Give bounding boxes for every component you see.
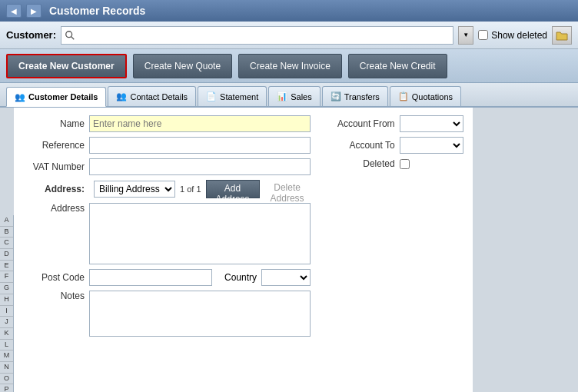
- address-counter: 1 of 1: [180, 184, 201, 194]
- address-type-select[interactable]: Billing Address: [94, 181, 175, 198]
- customer-search-wrap: [61, 26, 453, 45]
- nav-back-button[interactable]: ◀: [6, 4, 22, 18]
- alpha-a[interactable]: A: [0, 215, 13, 227]
- customer-label: Customer:: [6, 29, 56, 41]
- address-textarea-row: Address: [23, 203, 311, 264]
- deleted-row: Deleted: [326, 158, 463, 169]
- nav-forward-button[interactable]: ▶: [26, 4, 42, 18]
- reference-input[interactable]: [89, 137, 311, 154]
- deleted-checkbox[interactable]: [400, 159, 410, 169]
- create-customer-button[interactable]: Create New Customer: [6, 54, 127, 78]
- alpha-e[interactable]: E: [0, 261, 13, 272]
- notes-row: Notes: [23, 291, 311, 337]
- reference-row: Reference: [23, 137, 311, 154]
- create-quote-button[interactable]: Create New Quote: [133, 54, 232, 78]
- create-credit-button[interactable]: Create New Credit: [348, 54, 447, 78]
- notes-label: Notes: [23, 291, 85, 301]
- alpha-l[interactable]: L: [0, 340, 13, 351]
- tab-transfers-icon: 🔄: [331, 91, 341, 101]
- reference-label: Reference: [23, 140, 85, 151]
- postcode-row: Post Code Country: [23, 269, 311, 286]
- alpha-h[interactable]: H: [0, 294, 13, 306]
- tab-sales[interactable]: 📊 Sales: [268, 86, 321, 106]
- alpha-g[interactable]: G: [0, 283, 13, 294]
- postcode-label: Post Code: [23, 272, 85, 283]
- tab-customer-details[interactable]: 👥 Customer Details: [6, 87, 106, 107]
- tab-quotations-label: Quotations: [412, 92, 453, 101]
- account-from-row: Account From: [326, 115, 463, 132]
- name-label: Name: [23, 118, 85, 129]
- account-from-select[interactable]: [400, 115, 463, 132]
- create-invoice-button[interactable]: Create New Invoice: [238, 54, 342, 78]
- content-wrapper: A B C D E F G H I J K L M N O P Q R S T …: [0, 108, 578, 392]
- alpha-b[interactable]: B: [0, 227, 13, 238]
- address-select-row: Address: Billing Address 1 of 1 Add Addr…: [23, 180, 311, 198]
- search-icon: [65, 30, 75, 41]
- account-from-label: Account From: [326, 118, 395, 129]
- tab-customer-details-icon: 👥: [15, 92, 25, 102]
- notes-textarea[interactable]: [89, 291, 311, 337]
- tab-contact-details[interactable]: 👥 Contact Details: [108, 86, 196, 106]
- customer-search-input[interactable]: [78, 30, 450, 41]
- alpha-m[interactable]: M: [0, 350, 13, 362]
- country-select[interactable]: [261, 269, 311, 286]
- account-to-select[interactable]: [400, 137, 463, 154]
- alpha-c[interactable]: C: [0, 238, 13, 249]
- account-to-row: Account To: [326, 137, 463, 154]
- show-deleted-wrap: Show deleted: [478, 30, 547, 41]
- toolbar: Customer: ▼ Show deleted: [0, 22, 578, 49]
- address-area-label: Address: [23, 203, 85, 214]
- postcode-input[interactable]: [89, 269, 212, 286]
- tab-statement-label: Statement: [220, 92, 258, 101]
- tab-contact-details-icon: 👥: [116, 91, 127, 101]
- form-right: Account From Account To Deleted: [326, 115, 463, 341]
- alpha-p[interactable]: P: [0, 384, 13, 392]
- customer-dropdown-button[interactable]: ▼: [458, 26, 473, 45]
- tab-contact-details-label: Contact Details: [130, 92, 188, 101]
- country-label: Country: [224, 272, 257, 283]
- alpha-i[interactable]: I: [0, 306, 13, 317]
- tabs-bar: 👥 Customer Details 👥 Contact Details 📄 S…: [0, 83, 578, 108]
- tab-statement-icon: 📄: [206, 91, 217, 101]
- show-deleted-label: Show deleted: [491, 30, 547, 41]
- window-title: Customer Records: [49, 5, 145, 17]
- deleted-label: Deleted: [326, 158, 395, 169]
- alpha-o[interactable]: O: [0, 374, 13, 385]
- tab-customer-details-label: Customer Details: [28, 92, 98, 101]
- alpha-n[interactable]: N: [0, 362, 13, 374]
- alpha-d[interactable]: D: [0, 249, 13, 261]
- name-row: Name: [23, 115, 311, 132]
- tab-quotations-icon: 📋: [398, 91, 409, 101]
- svg-line-1: [71, 36, 75, 39]
- tab-transfers-label: Transfers: [344, 92, 380, 101]
- alpha-j[interactable]: J: [0, 317, 13, 328]
- tab-sales-icon: 📊: [277, 91, 287, 101]
- tab-statement[interactable]: 📄 Statement: [198, 86, 267, 106]
- alpha-f[interactable]: F: [0, 271, 13, 283]
- svg-point-0: [66, 31, 72, 37]
- buttons-bar: Create New Customer Create New Quote Cre…: [0, 49, 578, 83]
- folder-icon: [556, 30, 568, 41]
- title-bar: ◀ ▶ Customer Records: [0, 0, 578, 22]
- vat-row: VAT Number: [23, 158, 311, 175]
- address-textarea[interactable]: [89, 203, 311, 264]
- alphabet-nav: A B C D E F G H I J K L M N O P Q R S T …: [0, 215, 14, 392]
- form-left: Name Reference VAT Number Address:: [23, 115, 311, 341]
- form-section: Name Reference VAT Number Address:: [23, 115, 463, 341]
- tab-transfers[interactable]: 🔄 Transfers: [322, 86, 388, 106]
- account-to-label: Account To: [326, 140, 395, 151]
- vat-label: VAT Number: [23, 161, 85, 172]
- add-address-button[interactable]: Add Address: [206, 180, 260, 198]
- show-deleted-checkbox[interactable]: [478, 30, 488, 40]
- name-input[interactable]: [89, 115, 311, 132]
- delete-address-button[interactable]: Delete Address: [264, 180, 311, 198]
- tab-sales-label: Sales: [291, 92, 312, 101]
- address-label: Address:: [23, 184, 85, 194]
- vat-input[interactable]: [89, 158, 311, 175]
- folder-button[interactable]: [552, 26, 572, 45]
- tab-quotations[interactable]: 📋 Quotations: [390, 86, 461, 106]
- main-content: Name Reference VAT Number Address:: [14, 108, 473, 392]
- alpha-k[interactable]: K: [0, 328, 13, 340]
